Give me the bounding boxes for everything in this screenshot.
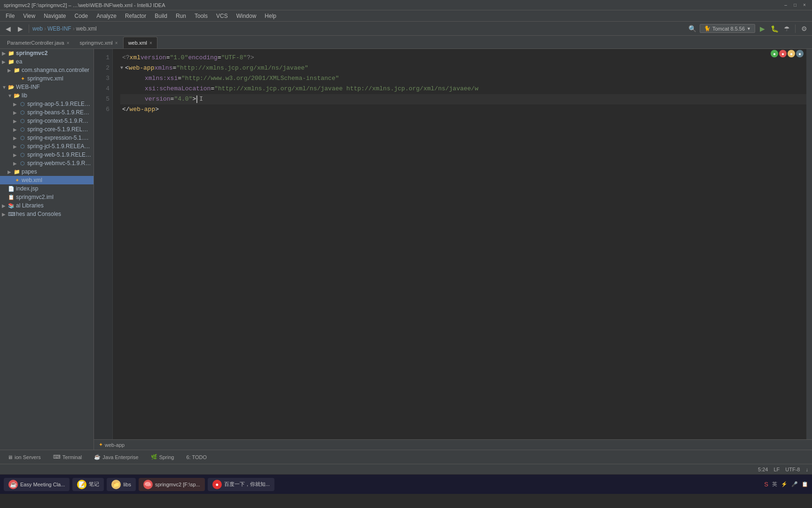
run-config[interactable]: 🐈 Tomcat 8.5.56 ▼ — [700, 24, 755, 33]
sidebar-item-jar4[interactable]: ▶ ⬡ spring-core-5.1.9.RELEASE.jar — [0, 125, 94, 134]
maximize-button[interactable]: □ — [791, 1, 799, 9]
menu-vcs[interactable]: VCS — [212, 12, 232, 20]
back-button[interactable]: ◀ — [3, 24, 13, 34]
sidebar-label: spring-expression-5.1.9.RELEASE.jar — [27, 135, 92, 141]
sidebar-item-jar7[interactable]: ▶ ⬡ spring-web-5.1.9.RELEASE.jar — [0, 151, 94, 159]
tab-web-xml[interactable]: web.xml × — [123, 37, 157, 48]
status-position: 5:24 — [758, 467, 768, 472]
code-editor[interactable]: <?xml version="1.0" encoding="UTF-8" ?> … — [113, 49, 806, 439]
menu-tools[interactable]: Tools — [191, 12, 211, 20]
sidebar-item-lib[interactable]: ▼ 📂 lib — [0, 91, 94, 100]
bottom-tab-terminal[interactable]: ⌨ Terminal — [47, 452, 88, 462]
editor-content[interactable]: 1 2 3 4 5 6 <?xml version="1.0" encoding… — [94, 49, 812, 439]
sidebar-item-jar3[interactable]: ▶ ⬡ spring-context-5.1.9.RELEASE.jar — [0, 117, 94, 125]
taskbar-copy[interactable]: 📋 — [802, 481, 808, 487]
breadcrumb-webxml[interactable]: web.xml — [76, 25, 97, 32]
settings-button[interactable]: ⚙ — [799, 24, 809, 34]
main-layout: ▶ 📁 springmvc2 ▶ 📁 ea ▶ 📁 com.shangma.cn… — [0, 49, 812, 464]
sidebar-item-controller[interactable]: ▶ 📁 com.shangma.cn.controller — [0, 66, 94, 74]
debug-button[interactable]: 🐛 — [769, 24, 780, 34]
sidebar-item-jar5[interactable]: ▶ ⬡ spring-expression-5.1.9.RELEASE.jar — [0, 134, 94, 142]
taskbar-lightning[interactable]: ⚡ — [781, 481, 788, 487]
taskbar-label: springmvc2 [F:\sp... — [155, 482, 200, 487]
forward-button[interactable]: ▶ — [15, 24, 25, 34]
jar-icon: ⬡ — [19, 143, 26, 150]
taskbar-item-notes[interactable]: 📝 笔记 — [72, 478, 104, 491]
tab-close-icon[interactable]: × — [149, 40, 152, 46]
bottom-tab-todo[interactable]: 6: TODO — [180, 452, 212, 462]
tab-label: Spring — [159, 454, 174, 460]
color-btn-4[interactable]: ● — [796, 50, 804, 57]
sidebar-item-springmvc-xml[interactable]: ✦ springmvc.xml — [0, 74, 94, 83]
sidebar-item-jar2[interactable]: ▶ ⬡ spring-beans-5.1.9.RELEASE.jar — [0, 108, 94, 117]
close-button[interactable]: × — [801, 1, 808, 9]
run-button[interactable]: ▶ — [757, 24, 767, 34]
sidebar-item-jar1[interactable]: ▶ ⬡ spring-aop-5.1.9.RELEASE.jar — [0, 100, 94, 108]
menu-refactor[interactable]: Refactor — [121, 12, 150, 20]
xml-value: "1.0" — [170, 53, 188, 63]
minimize-button[interactable]: – — [782, 1, 789, 9]
breadcrumb-webinf[interactable]: WEB-INF — [47, 25, 71, 32]
menu-analyze[interactable]: Analyze — [93, 12, 120, 20]
menu-run[interactable]: Run — [172, 12, 190, 20]
window-controls[interactable]: – □ × — [782, 1, 808, 9]
taskbar-item-meeting[interactable]: ☕ Easy Meeting Cla... — [4, 478, 70, 491]
bottom-tab-spring[interactable]: 🌿 Spring — [145, 452, 180, 462]
color-btn-1[interactable]: ● — [771, 50, 778, 57]
run-config-icon: 🐈 — [704, 25, 710, 32]
tab-close-icon[interactable]: × — [67, 40, 70, 46]
code-line-2: ▼ <web-app xmlns="http://xmlns.jcp.org/x… — [120, 63, 806, 73]
menu-build[interactable]: Build — [151, 12, 171, 20]
sidebar-item-iml[interactable]: 📋 springmvc2.iml — [0, 193, 94, 201]
sidebar-label: al Libraries — [16, 202, 92, 209]
taskbar-lang[interactable]: 英 — [772, 481, 777, 488]
breadcrumb-bar: ✦ web-app — [94, 439, 812, 450]
sidebar-item-ea[interactable]: ▶ 📁 ea — [0, 57, 94, 66]
tab-close-icon[interactable]: × — [115, 40, 118, 46]
xml-attr-version: version — [141, 53, 166, 63]
menu-file[interactable]: File — [2, 12, 18, 20]
status-line-ending: LF — [773, 467, 780, 472]
editor-area[interactable]: ● ● ● ● 1 2 3 4 5 6 — [94, 49, 812, 450]
sidebar-item-index[interactable]: 📄 index.jsp — [0, 184, 94, 193]
sidebar-item-webxml[interactable]: ✦ web.xml — [0, 176, 94, 184]
taskbar-item-intellij[interactable]: 🧠 springmvc2 [F:\sp... — [139, 478, 205, 491]
taskbar-mic[interactable]: 🎤 — [791, 481, 798, 487]
taskbar-item-libs[interactable]: 📁 libs — [107, 478, 136, 491]
coverage-button[interactable]: ☂ — [781, 24, 792, 34]
code-line-6: </web-app> — [120, 104, 806, 115]
sidebar-item-scratches[interactable]: ▶ ⌨ hes and Consoles — [0, 210, 94, 218]
sidebar-label: hes and Consoles — [16, 211, 92, 217]
menu-help[interactable]: Help — [261, 12, 280, 20]
sidebar-item-project[interactable]: ▶ 📁 springmvc2 — [0, 49, 94, 57]
sidebar-item-webinf[interactable]: ▼ 📂 WEB-INF — [0, 83, 94, 91]
sidebar-item-jar6[interactable]: ▶ ⬡ spring-jcl-5.1.9.RELEASE.jar — [0, 142, 94, 151]
taskbar-sougou[interactable]: S — [764, 481, 768, 488]
color-btn-3[interactable]: ● — [788, 50, 795, 57]
bottom-tab-servers[interactable]: 🖥 ion Servers — [2, 452, 47, 462]
taskbar-icon-browser: ● — [212, 480, 222, 489]
sidebar-item-ext-libraries[interactable]: ▶ 📚 al Libraries — [0, 201, 94, 210]
color-btn-2[interactable]: ● — [779, 50, 787, 57]
folder-icon: 📁 — [8, 50, 15, 56]
menu-code[interactable]: Code — [71, 12, 92, 20]
sidebar-item-jar8[interactable]: ▶ ⬡ spring-webmvc-5.1.9.RELEASE.jar — [0, 159, 94, 167]
xml-tag: web-app — [130, 104, 156, 115]
expand-icon: ▶ — [13, 127, 18, 132]
folder-icon: 📂 — [14, 93, 20, 99]
sidebar-item-papes[interactable]: ▶ 📁 papes — [0, 167, 94, 176]
menu-navigate[interactable]: Navigate — [40, 12, 70, 20]
search-button[interactable]: 🔍 — [687, 24, 698, 34]
menu-window[interactable]: Window — [233, 12, 260, 20]
menu-view[interactable]: View — [19, 12, 39, 20]
folder-icon: 📂 — [8, 84, 15, 90]
fold-marker-2[interactable]: ▼ — [120, 63, 123, 73]
bottom-tab-java-enterprise[interactable]: ☕ Java Enterprise — [88, 452, 144, 462]
tab-springmvc-xml[interactable]: springmvc.xml × — [75, 37, 123, 48]
tab-parameter-controller[interactable]: ParameterController.java × — [2, 37, 75, 48]
breadcrumb-web[interactable]: web — [32, 25, 43, 32]
jar-icon: ⬡ — [19, 101, 26, 107]
taskbar-icon-libs: 📁 — [111, 480, 121, 489]
taskbar-item-browser[interactable]: ● 百度一下，你就知... — [208, 478, 274, 491]
editor-scrollbar[interactable] — [806, 49, 812, 439]
